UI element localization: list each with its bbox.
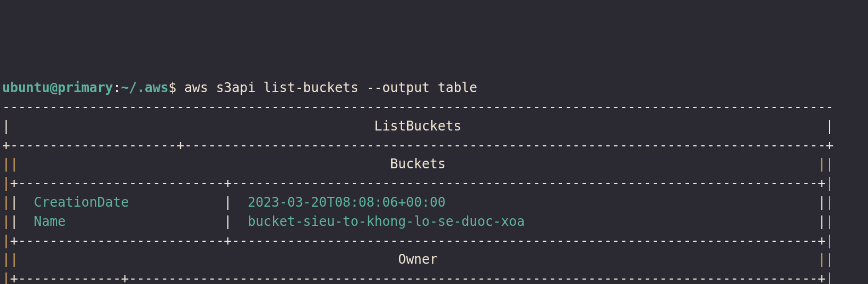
row-creationdate: || CreationDate | 2023-03-20T08:08:06+00… [2, 195, 833, 210]
owner-header-row: || Owner || [2, 252, 833, 267]
prompt-dollar: $ [168, 80, 176, 95]
table-top-rule: ----------------------------------------… [2, 99, 833, 115]
prompt-colon: : [113, 80, 121, 95]
row-name: || Name | bucket-sieu-to-khong-lo-se-duo… [2, 214, 833, 229]
owner-sep: |+-------------+------------------------… [2, 271, 833, 284]
table-title-row: | ListBuckets | [2, 118, 833, 134]
prompt-path: ~/.aws [121, 80, 169, 95]
table-sep: +---------------------+-----------------… [2, 138, 833, 153]
prompt-user-host: ubuntu@primary [2, 80, 113, 95]
buckets-sep: |+--------------------------+-----------… [2, 175, 833, 191]
buckets-header-row: || Buckets || [2, 156, 833, 172]
terminal-output[interactable]: ubuntu@primary:~/.aws$ aws s3api list-bu… [0, 76, 868, 284]
command-text: aws s3api list-buckets --output table [184, 80, 477, 95]
buckets-sep-2: |+--------------------------+-----------… [2, 233, 833, 248]
